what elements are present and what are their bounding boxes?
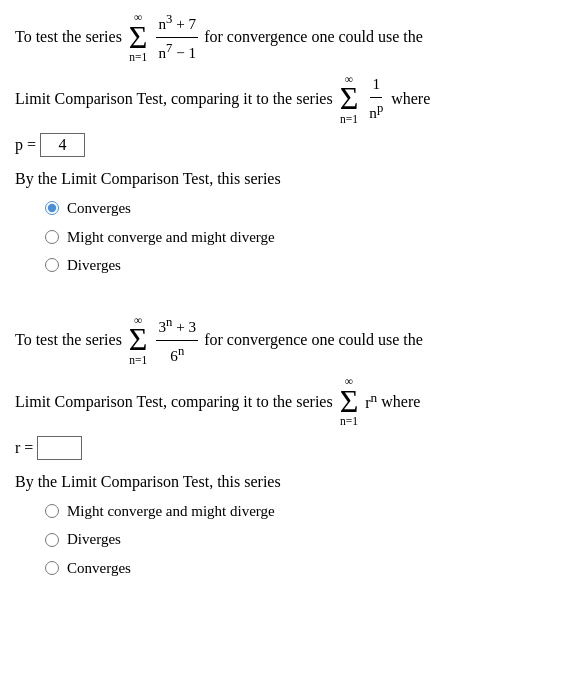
problem1-option-3[interactable]: Diverges (45, 254, 551, 277)
problem2-denom: 6n (168, 341, 186, 368)
problem-2: To test the series ∞ Σ n=1 3n + 3 6n for… (15, 313, 551, 580)
problem1-label-diverges: Diverges (67, 254, 121, 277)
problem2-radio-might[interactable] (45, 504, 59, 518)
problem1-radio-converges[interactable] (45, 201, 59, 215)
problem1-option-1[interactable]: Converges (45, 197, 551, 220)
problem2-option-1[interactable]: Might converge and might diverge (45, 500, 551, 523)
problem1-radio-might[interactable] (45, 230, 59, 244)
problem1-label-might: Might converge and might diverge (67, 226, 275, 249)
problem1-option-2[interactable]: Might converge and might diverge (45, 226, 551, 249)
problem1-sigma1-bot: n=1 (129, 51, 147, 64)
problem2-mid-text: for convergence one could use the (204, 328, 423, 352)
problem2-sigma2: ∞ Σ n=1 (340, 375, 359, 428)
problem1-radio-diverges[interactable] (45, 258, 59, 272)
problem1-sigma2-bot: n=1 (340, 113, 358, 126)
problem2-conclusion-text: By the Limit Comparison Test, this serie… (15, 473, 281, 490)
problem1-denom: n7 − 1 (156, 38, 198, 65)
problem1-comparison-numer: 1 (370, 73, 382, 98)
problem1-sigma1: ∞ Σ n=1 (129, 11, 148, 64)
problem2-numer: 3n + 3 (156, 313, 198, 341)
problem2-r-line: r = (15, 436, 551, 460)
problem1-sigma2-symbol: Σ (340, 85, 359, 112)
problem2-label-might: Might converge and might diverge (67, 500, 275, 523)
problem2-sigma1-bot: n=1 (129, 354, 147, 367)
problem2-sigma2-symbol: Σ (340, 388, 359, 415)
divider (15, 295, 551, 313)
problem1-fraction: n3 + 7 n7 − 1 (156, 10, 198, 65)
problem-1: To test the series ∞ Σ n=1 n3 + 7 n7 − 1… (15, 10, 551, 277)
problem1-conclusion: By the Limit Comparison Test, this serie… (15, 167, 551, 191)
problem1-sigma2: ∞ Σ n=1 (340, 73, 359, 126)
problem2-sigma1: ∞ Σ n=1 (129, 314, 148, 367)
problem1-mid-text: for convergence one could use the (204, 25, 423, 49)
problem2-radio-diverges[interactable] (45, 533, 59, 547)
problem2-conclusion: By the Limit Comparison Test, this serie… (15, 470, 551, 494)
problem2-line1: To test the series ∞ Σ n=1 3n + 3 6n for… (15, 313, 551, 368)
problem2-line2-start: Limit Comparison Test, comparing it to t… (15, 390, 333, 414)
problem2-sigma1-symbol: Σ (129, 326, 148, 353)
problem1-conclusion-text: By the Limit Comparison Test, this serie… (15, 170, 281, 187)
problem1-p-line: p = (15, 133, 551, 157)
problem2-intro: To test the series (15, 328, 122, 352)
problem2-comparison-term: rn (365, 388, 377, 415)
problem1-line1: To test the series ∞ Σ n=1 n3 + 7 n7 − 1… (15, 10, 551, 65)
problem2-label-converges: Converges (67, 557, 131, 580)
problem2-label-diverges: Diverges (67, 528, 121, 551)
problem1-line2: Limit Comparison Test, comparing it to t… (15, 73, 551, 126)
problem1-comparison-fraction: 1 np (367, 73, 385, 125)
problem2-radio-converges[interactable] (45, 561, 59, 575)
problem1-intro: To test the series (15, 25, 122, 49)
problem2-fraction: 3n + 3 6n (156, 313, 198, 368)
problem1-numer: n3 + 7 (156, 10, 198, 38)
problem2-r-label: r = (15, 436, 33, 460)
problem1-p-label: p = (15, 133, 36, 157)
problem1-label-converges: Converges (67, 197, 131, 220)
problem2-r-input[interactable] (37, 436, 82, 460)
problem2-option-2[interactable]: Diverges (45, 528, 551, 551)
problem2-sigma2-bot: n=1 (340, 415, 358, 428)
problem1-line2-start: Limit Comparison Test, comparing it to t… (15, 87, 333, 111)
problem2-option-3[interactable]: Converges (45, 557, 551, 580)
problem1-sigma1-symbol: Σ (129, 24, 148, 51)
problem2-where: where (381, 390, 420, 414)
problem1-comparison-denom: np (367, 98, 385, 125)
problem1-where: where (391, 87, 430, 111)
problem2-line2: Limit Comparison Test, comparing it to t… (15, 375, 551, 428)
problem1-options: Converges Might converge and might diver… (45, 197, 551, 277)
problem2-options: Might converge and might diverge Diverge… (45, 500, 551, 580)
problem1-p-input[interactable] (40, 133, 85, 157)
